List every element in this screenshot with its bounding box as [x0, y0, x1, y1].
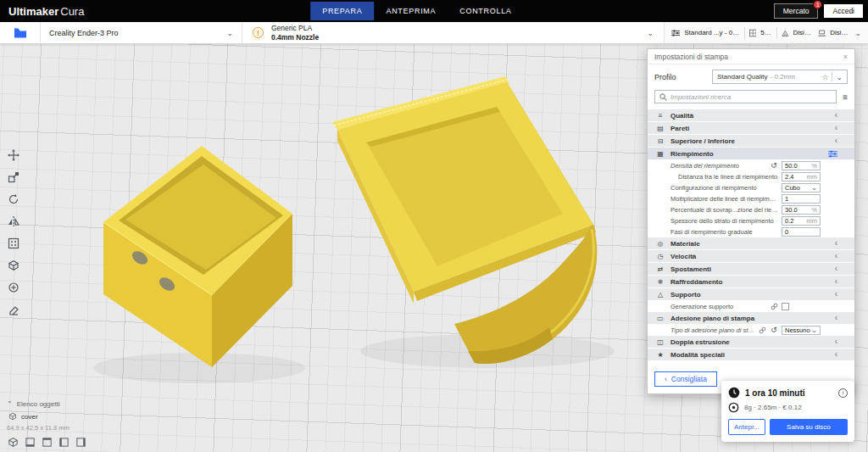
category-material[interactable]: ◎ Materiale ‹	[648, 237, 854, 249]
star-icon[interactable]: ☆	[821, 73, 828, 81]
info-icon[interactable]: i	[838, 388, 848, 398]
summary-profile: Standard ...y - 0.2mm	[684, 29, 740, 36]
rotate-tool-button[interactable]	[4, 190, 23, 209]
generate-support-checkbox[interactable]	[782, 303, 789, 310]
save-to-disk-button[interactable]: Salva su disco	[770, 419, 848, 435]
reset-icon[interactable]: ↺	[770, 326, 778, 334]
material-selector[interactable]: ! Generic PLA 0.4mm Nozzle ⌄	[242, 22, 665, 43]
settings-search-box[interactable]	[654, 90, 837, 103]
category-quality[interactable]: ≡ Qualità ‹	[648, 109, 854, 121]
topbar-right: Mercato 1 Accedi	[774, 0, 863, 22]
category-label: Riempimento	[670, 150, 714, 158]
category-special-modes[interactable]: ★ Modalità speciali ‹	[648, 349, 854, 360]
view-left-button[interactable]	[58, 436, 70, 449]
setting-generate-support: Generazione supporto	[648, 301, 854, 312]
settings-search-input[interactable]	[670, 93, 832, 101]
search-icon	[659, 93, 667, 101]
travel-icon: ⇄	[656, 265, 665, 273]
summary-support: Disins...	[793, 29, 814, 36]
move-tool-button[interactable]	[4, 146, 23, 165]
mesh-tools-button[interactable]	[4, 278, 23, 297]
menu-icon[interactable]: ≡	[843, 92, 848, 102]
category-speed[interactable]: ◷ Velocità ‹	[648, 250, 854, 262]
infill-pattern-dropdown[interactable]: Cubo ⌄	[782, 183, 821, 193]
marketplace-button[interactable]: Mercato 1	[774, 3, 819, 19]
reset-icon[interactable]: ↺	[770, 162, 778, 170]
view-3d-button[interactable]	[7, 436, 19, 449]
infill-icon	[749, 29, 757, 37]
view-front-button[interactable]	[24, 436, 36, 449]
chevron-left-icon: ‹	[835, 314, 837, 322]
gradual-infill-steps-field[interactable]: 0	[782, 227, 821, 237]
field-unit: mm	[807, 217, 818, 225]
category-top-bottom[interactable]: ⊟ Superiore / Inferiore ‹	[648, 135, 854, 147]
custom-supports-tool-button[interactable]	[4, 300, 23, 319]
print-settings-summary[interactable]: Standard ...y - 0.2mm 50% Disins... Disi…	[665, 22, 868, 43]
adhesion-icon	[818, 29, 826, 37]
chevron-down-icon: ⌄	[811, 327, 817, 334]
chevron-up-icon: ⌃	[7, 400, 13, 408]
material-usage: 8g · 2.65m · € 0.12	[744, 404, 802, 411]
tab-monitor[interactable]: CONTROLLA	[448, 2, 523, 20]
field-value: 30.0	[785, 206, 798, 214]
category-infill[interactable]: ▦ Riempimento	[648, 148, 854, 159]
mirror-tool-button[interactable]	[4, 212, 23, 231]
infill-multiplier-field[interactable]: 1	[782, 194, 821, 204]
recommended-mode-button[interactable]: ‹ Consigliata	[654, 371, 717, 387]
infill-layer-thickness-field[interactable]: 0.2 mm	[782, 216, 821, 226]
close-icon[interactable]: ×	[843, 53, 848, 61]
field-value: 50.0	[785, 162, 798, 170]
view-right-button[interactable]	[75, 436, 87, 449]
printer-selector[interactable]: Creality Ender-3 Pro ⌄	[41, 22, 242, 43]
object-list-header[interactable]: ⌃ Elenco oggetti	[7, 400, 70, 408]
field-unit: %	[811, 206, 817, 214]
category-travel[interactable]: ⇄ Spostamenti ‹	[648, 263, 854, 275]
setting-label: Spessore dello strato di riempimento	[670, 217, 778, 225]
category-label: Materiale	[670, 240, 700, 248]
field-unit: %	[811, 162, 817, 170]
signin-button[interactable]: Accedi	[824, 4, 863, 18]
divider	[776, 27, 777, 39]
chevron-left-icon: ‹	[835, 350, 837, 359]
adhesion-type-dropdown[interactable]: Nessuno ⌄	[782, 326, 821, 335]
category-adhesion[interactable]: ▭ Adesione piano di stampa ‹	[648, 312, 854, 324]
link-icon	[771, 303, 778, 310]
setting-infill-pattern: Configurazione di riempimento Cubo ⌄	[648, 182, 854, 193]
quality-icon: ≡	[656, 112, 665, 120]
mirror-icon	[8, 215, 19, 227]
per-model-settings-tool-button[interactable]	[4, 234, 23, 253]
field-value: 0.2	[785, 217, 793, 225]
setting-label: Fasi di riempimento graduale	[670, 228, 778, 236]
object-list: ⌃ Elenco oggetti cover 64.9 x 42.5 x 11.…	[7, 400, 70, 432]
support-blocker-tool-button[interactable]	[4, 256, 23, 275]
category-label: Raffreddamento	[670, 278, 722, 286]
tab-prepare[interactable]: PREPARA	[310, 2, 374, 20]
view-top-button[interactable]	[41, 436, 53, 449]
infill-overlap-field[interactable]: 30.0 %	[782, 205, 821, 215]
mesh-tools-icon	[8, 282, 19, 293]
category-support[interactable]: △ Supporto ‹	[648, 288, 854, 300]
checkbox-slot	[782, 303, 821, 310]
field-unit: mm	[807, 173, 818, 181]
scale-tool-button[interactable]	[4, 168, 23, 187]
category-dual-extrusion[interactable]: ◫ Doppia estrusione ‹	[648, 336, 854, 348]
category-label: Qualità	[670, 112, 693, 120]
profile-dropdown[interactable]: Standard Quality - 0.2mm ☆ ⌄	[712, 70, 848, 84]
object-list-item[interactable]: cover	[7, 411, 70, 421]
object-dimensions: 64.9 x 42.5 x 11.8 mm	[7, 424, 70, 432]
category-label: Modalità speciali	[670, 351, 725, 359]
adhesion-icon: ▭	[656, 315, 665, 322]
action-buttons-row: Antepr... Salva su disco	[728, 419, 848, 435]
recommended-label: Consigliata	[671, 375, 707, 383]
infill-density-field[interactable]: 50.0 %	[782, 161, 821, 170]
tab-preview[interactable]: ANTEPRIMA	[374, 2, 448, 20]
model-cover-b[interactable]	[332, 76, 597, 364]
category-walls[interactable]: ▤ Pareti ‹	[648, 122, 854, 134]
setting-infill-multiplier: Moltiplicatore delle linee di riempiment…	[648, 193, 854, 204]
category-cooling[interactable]: ❄ Raffreddamento ‹	[648, 276, 854, 287]
preview-button[interactable]: Antepr...	[728, 419, 765, 435]
infill-line-distance-field[interactable]: 2.4 mm	[782, 172, 821, 181]
model-cover-a[interactable]	[103, 146, 292, 367]
stage-tabs: PREPARA ANTEPRIMA CONTROLLA	[310, 0, 523, 22]
open-file-button[interactable]	[0, 22, 41, 43]
